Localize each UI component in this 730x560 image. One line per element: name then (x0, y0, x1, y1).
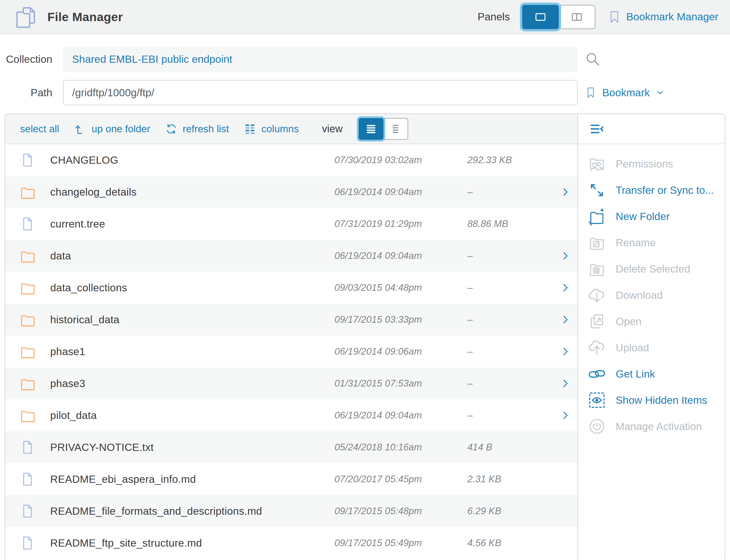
collection-row: Collection Shared EMBL-EBI public endpoi… (0, 47, 730, 72)
table-row[interactable]: README_file_formats_and_descriptions.md … (5, 495, 578, 527)
action-open: Open (578, 308, 725, 335)
refresh-list-label: refresh list (182, 123, 229, 135)
panels-toggle (522, 5, 595, 29)
file-date: 06/19/2014 09:04am (334, 250, 467, 261)
collapse-sidebar-icon[interactable] (589, 121, 605, 137)
action-label: Transfer or Sync to... (616, 184, 714, 196)
bookmark-dropdown[interactable]: Bookmark (585, 85, 665, 100)
file-size: – (467, 282, 553, 293)
file-name: README_file_formats_and_descriptions.md (50, 505, 334, 517)
path-input[interactable] (63, 80, 578, 105)
chevron-right-icon[interactable] (553, 186, 578, 198)
table-row[interactable]: pilot_data 06/19/2014 09:04am – (5, 399, 578, 431)
action-rename: Rename (578, 230, 725, 256)
action-label: Get Link (616, 368, 655, 380)
action-manage-activation: Manage Activation (578, 413, 725, 440)
folder-icon (19, 278, 36, 298)
file-date: 01/31/2015 07:53am (334, 378, 467, 389)
file-name: phase1 (50, 346, 334, 358)
file-icon (19, 533, 36, 553)
collection-value: Shared EMBL-EBI public endpoint (72, 53, 232, 65)
table-row[interactable]: PRIVACY-NOTICE.txt 05/24/2018 10:16am 41… (5, 431, 578, 463)
collection-field[interactable]: Shared EMBL-EBI public endpoint (63, 47, 578, 72)
compact-view-toggle[interactable] (384, 118, 408, 140)
chevron-right-icon[interactable] (553, 250, 578, 261)
file-date: 06/19/2014 09:04am (334, 410, 467, 421)
dual-panel-icon (570, 10, 584, 24)
page-title: File Manager (47, 10, 123, 24)
compact-view-icon (390, 123, 401, 135)
table-row[interactable]: data_collections 09/03/2015 04:48pm – (5, 272, 578, 304)
table-row[interactable]: data 06/19/2014 09:04am – (5, 240, 578, 272)
file-name: data_collections (50, 282, 334, 294)
table-row[interactable]: current.tree 07/31/2019 01:29pm 88.86 MB (5, 208, 578, 240)
file-icon (19, 150, 36, 170)
action-label: New Folder (616, 211, 670, 223)
search-icon[interactable] (585, 51, 601, 67)
refresh-icon (164, 122, 178, 136)
columns-icon (243, 122, 257, 136)
sidebar-header (578, 114, 725, 144)
table-row[interactable]: README_ebi_aspera_info.md 07/20/2017 05:… (5, 463, 578, 495)
file-size: 88.86 MB (467, 218, 553, 229)
list-view-icon (366, 123, 377, 135)
columns-button[interactable]: columns (243, 122, 299, 136)
select-all-button[interactable]: select all (20, 123, 59, 135)
action-label: Permissions (616, 158, 673, 170)
path-label: Path (0, 87, 63, 99)
chevron-right-icon[interactable] (553, 282, 578, 293)
up-arrow-icon (74, 122, 87, 136)
select-all-label: select all (20, 123, 59, 135)
file-icon (19, 214, 36, 234)
file-name: historical_data (50, 314, 334, 326)
table-row[interactable]: CHANGELOG 07/30/2019 03:02am 292.33 KB (5, 144, 578, 176)
action-download: Download (578, 282, 725, 308)
file-size: – (467, 187, 553, 197)
open-icon (587, 312, 606, 331)
file-date: 09/17/2015 05:48pm (334, 506, 467, 517)
table-row[interactable]: phase3 01/31/2015 07:53am – (5, 367, 578, 399)
chevron-right-icon[interactable] (553, 378, 578, 389)
refresh-list-button[interactable]: refresh list (164, 122, 229, 136)
action-transfer-or-sync-to[interactable]: Transfer or Sync to... (578, 177, 725, 203)
up-one-folder-button[interactable]: up one folder (74, 122, 150, 136)
file-size: 292.33 KB (467, 155, 553, 165)
action-new-folder[interactable]: New Folder (578, 203, 725, 230)
bookmark-ribbon-icon (608, 9, 621, 25)
file-name: PRIVACY-NOTICE.txt (50, 441, 334, 453)
table-row[interactable]: phase1 06/19/2014 09:06am – (5, 336, 578, 367)
endpoint-filters: Collection Shared EMBL-EBI public endpoi… (0, 34, 730, 105)
chevron-right-icon[interactable] (553, 346, 578, 357)
folder-icon (19, 405, 36, 425)
table-row[interactable]: historical_data 09/17/2015 03:33pm – (5, 304, 578, 336)
file-icon (19, 501, 36, 521)
chevron-right-icon[interactable] (553, 314, 578, 325)
view-toggle (359, 118, 408, 140)
action-label: Upload (616, 342, 649, 354)
bookmark-manager-link[interactable]: Bookmark Manager (608, 9, 718, 25)
bookmark-manager-label: Bookmark Manager (626, 11, 718, 23)
folder-icon (19, 246, 36, 266)
action-permissions: Permissions (578, 151, 725, 177)
file-date: 09/17/2015 05:49pm (334, 538, 467, 548)
file-date: 07/31/2019 01:29pm (334, 218, 467, 229)
file-date: 06/19/2014 09:06am (334, 346, 467, 357)
file-name: current.tree (50, 218, 334, 230)
single-panel-toggle[interactable] (522, 5, 559, 29)
dual-panel-toggle[interactable] (559, 5, 595, 29)
file-size: 414 B (467, 442, 553, 453)
chevron-right-icon[interactable] (553, 410, 578, 421)
file-list: CHANGELOG 07/30/2019 03:02am 292.33 KB c… (5, 144, 578, 560)
table-row[interactable]: README_ftp_site_structure.md 09/17/2015 … (5, 527, 578, 559)
action-show-hidden-items[interactable]: Show Hidden Items (578, 387, 725, 413)
actions-sidebar: Permissions Transfer or Sync to... New F… (578, 114, 725, 560)
action-label: Manage Activation (616, 421, 702, 433)
file-date: 09/17/2015 03:33pm (334, 314, 467, 325)
file-manager-icon (13, 4, 40, 30)
action-label: Rename (616, 237, 656, 249)
file-date: 09/03/2015 04:48pm (334, 282, 467, 293)
action-get-link[interactable]: Get Link (578, 361, 725, 387)
bookmark-icon (585, 85, 597, 100)
table-row[interactable]: changelog_details 06/19/2014 09:04am – (5, 176, 578, 208)
list-view-toggle[interactable] (359, 118, 384, 140)
